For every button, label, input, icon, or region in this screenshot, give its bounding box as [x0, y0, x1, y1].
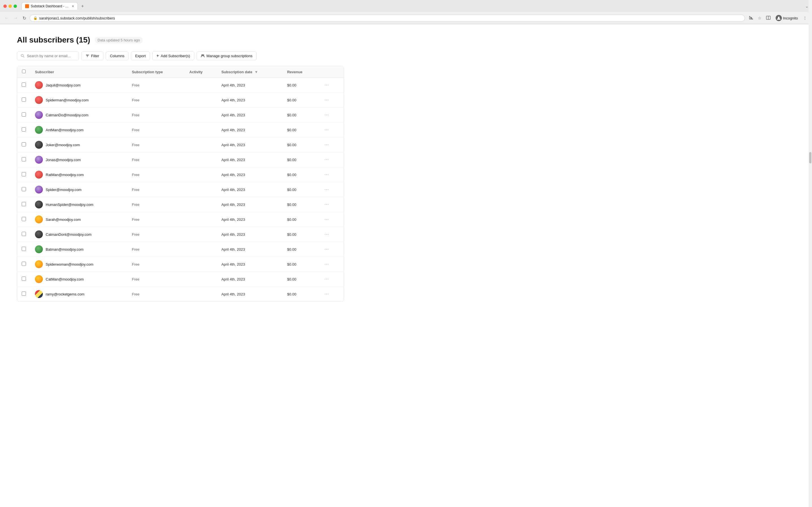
- forward-button[interactable]: →: [12, 14, 19, 22]
- row-checkbox[interactable]: [22, 157, 26, 161]
- more-actions-cell: ···: [317, 108, 344, 122]
- bookmark-button[interactable]: ☆: [756, 15, 763, 21]
- subscription-type-cell: Free: [128, 122, 185, 137]
- date-cell: April 4th, 2023: [217, 152, 283, 167]
- page-header: All subscribers (15) Data updated 5 hour…: [17, 36, 344, 45]
- more-actions-button[interactable]: ···: [322, 245, 331, 253]
- row-checkbox[interactable]: [22, 277, 26, 281]
- more-actions-button[interactable]: ···: [322, 201, 331, 208]
- maximize-window-button[interactable]: [13, 4, 17, 8]
- minimize-window-button[interactable]: [8, 4, 12, 8]
- row-checkbox[interactable]: [22, 202, 26, 206]
- more-actions-cell: ···: [317, 93, 344, 108]
- table-row: CatMan@moodjoy.com Free April 4th, 2023 …: [17, 272, 344, 287]
- activity-cell: [185, 137, 217, 152]
- reload-button[interactable]: ↻: [21, 14, 28, 22]
- back-button[interactable]: ←: [3, 14, 10, 22]
- more-actions-button[interactable]: ···: [322, 186, 331, 193]
- row-checkbox[interactable]: [22, 82, 26, 87]
- search-input[interactable]: [27, 54, 75, 58]
- columns-button[interactable]: Columns: [106, 52, 129, 60]
- date-cell: April 4th, 2023: [217, 78, 283, 93]
- row-checkbox[interactable]: [22, 127, 26, 131]
- toolbar: Filter Columns Export + Add Subscriber(s…: [17, 51, 344, 60]
- more-actions-button[interactable]: ···: [322, 141, 331, 149]
- add-subscriber-label: Add Subscriber(s): [161, 54, 190, 58]
- row-checkbox[interactable]: [22, 291, 26, 296]
- more-actions-button[interactable]: ···: [322, 156, 331, 163]
- profile-button[interactable]: Incognito: [773, 14, 800, 22]
- subscription-type-cell: Free: [128, 227, 185, 242]
- row-checkbox[interactable]: [22, 232, 26, 236]
- table-row: CatmanDont@moodjoy.com Free April 4th, 2…: [17, 227, 344, 242]
- row-checkbox[interactable]: [22, 247, 26, 251]
- subscribers-table: Subscriber Subscription type Activity Su…: [17, 66, 344, 301]
- activity-cell: [185, 108, 217, 122]
- svg-line-6: [23, 57, 24, 58]
- table-row: Jaquil@moodjoy.com Free April 4th, 2023 …: [17, 78, 344, 93]
- subscriber-cell: Jaquil@moodjoy.com: [31, 78, 128, 93]
- table-row: Spiderman@moodjoy.com Free April 4th, 20…: [17, 93, 344, 108]
- subscription-type-cell: Free: [128, 167, 185, 182]
- more-actions-button[interactable]: ···: [322, 276, 331, 283]
- export-button[interactable]: Export: [131, 52, 150, 60]
- date-cell: April 4th, 2023: [217, 93, 283, 108]
- revenue-cell: $0.00: [283, 108, 317, 122]
- table-row: Batman@moodjoy.com Free April 4th, 2023 …: [17, 242, 344, 257]
- table-row: Sarah@moodjoy.com Free April 4th, 2023 $…: [17, 212, 344, 227]
- more-actions-button[interactable]: ···: [322, 231, 331, 238]
- table-row: Joker@moodjoy.com Free April 4th, 2023 $…: [17, 137, 344, 152]
- row-checkbox-cell: [17, 197, 31, 212]
- subscriber-cell: CatmanDont@moodjoy.com: [31, 227, 128, 242]
- revenue-cell: $0.00: [283, 257, 317, 272]
- more-actions-button[interactable]: ···: [322, 290, 331, 298]
- new-tab-button[interactable]: +: [79, 3, 86, 10]
- more-actions-button[interactable]: ···: [322, 261, 331, 268]
- subscriber-header: Subscriber: [31, 66, 128, 78]
- revenue-cell: $0.00: [283, 182, 317, 197]
- scrollbar-thumb[interactable]: [809, 152, 811, 163]
- subscription-type-cell: Free: [128, 93, 185, 108]
- split-view-button[interactable]: [764, 14, 772, 22]
- more-actions-cell: ···: [317, 78, 344, 93]
- activity-cell: [185, 212, 217, 227]
- more-actions-button[interactable]: ···: [322, 96, 331, 104]
- filter-button[interactable]: Filter: [81, 52, 103, 60]
- select-all-checkbox[interactable]: [22, 69, 26, 73]
- close-window-button[interactable]: [3, 4, 7, 8]
- activity-cell: [185, 227, 217, 242]
- data-updated-badge: Data updated 5 hours ago: [95, 37, 143, 43]
- more-actions-button[interactable]: ···: [322, 111, 331, 119]
- nav-expand-button[interactable]: ⌄: [805, 4, 809, 8]
- row-checkbox[interactable]: [22, 112, 26, 117]
- row-checkbox[interactable]: [22, 187, 26, 191]
- activity-cell: [185, 93, 217, 108]
- url-input[interactable]: [39, 16, 741, 20]
- revenue-cell: $0.00: [283, 152, 317, 167]
- row-checkbox[interactable]: [22, 217, 26, 221]
- active-tab[interactable]: Substack Dashboard - Sarah's ✕: [21, 2, 78, 10]
- row-checkbox[interactable]: [22, 142, 26, 147]
- more-actions-cell: ···: [317, 287, 344, 302]
- row-checkbox[interactable]: [22, 262, 26, 266]
- more-actions-button[interactable]: ···: [322, 171, 331, 178]
- more-actions-cell: ···: [317, 182, 344, 197]
- subscription-type-cell: Free: [128, 197, 185, 212]
- more-options-button[interactable]: ⋮: [801, 15, 809, 21]
- row-checkbox[interactable]: [22, 172, 26, 176]
- more-actions-button[interactable]: ···: [322, 81, 331, 89]
- subscriber-email: CatmanDo@moodjoy.com: [46, 113, 89, 117]
- camera-disabled-icon[interactable]: [747, 14, 755, 22]
- subscription-date-header[interactable]: Subscription date ▼: [217, 66, 283, 78]
- row-checkbox[interactable]: [22, 98, 26, 102]
- tab-close-button[interactable]: ✕: [71, 4, 74, 8]
- more-actions-button[interactable]: ···: [322, 126, 331, 133]
- avatar: [35, 260, 43, 268]
- add-subscriber-button[interactable]: + Add Subscriber(s): [152, 51, 194, 60]
- more-actions-button[interactable]: ···: [322, 216, 331, 223]
- search-input-wrapper[interactable]: [17, 52, 79, 60]
- page-content: All subscribers (15) Data updated 5 hour…: [0, 24, 361, 313]
- manage-group-button[interactable]: Manage group subscriptions: [197, 52, 257, 60]
- date-cell: April 4th, 2023: [217, 167, 283, 182]
- address-bar[interactable]: 🔒: [30, 15, 745, 22]
